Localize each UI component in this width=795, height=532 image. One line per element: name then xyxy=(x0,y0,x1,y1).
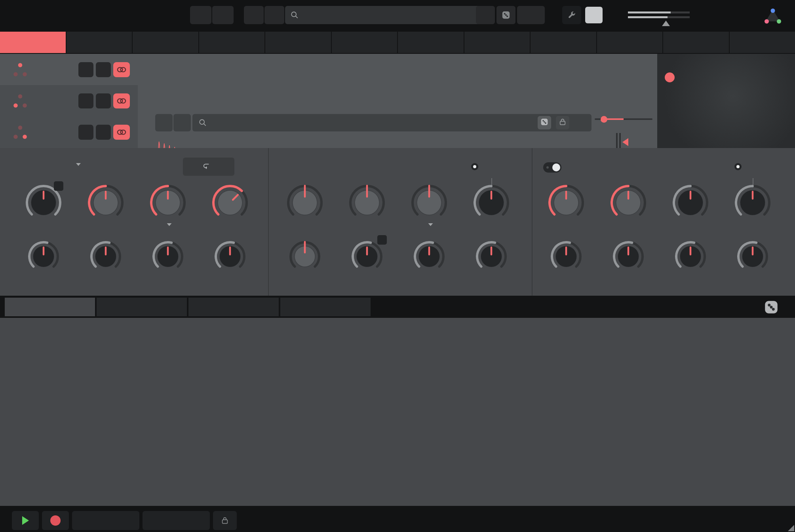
track-tab-crash-10[interactable] xyxy=(663,32,729,53)
rate-knob[interactable] xyxy=(733,183,772,222)
search-icon xyxy=(199,119,207,127)
drive-knob[interactable] xyxy=(86,183,126,222)
export-button[interactable] xyxy=(143,511,210,530)
info-button[interactable] xyxy=(585,7,603,23)
favorite-button[interactable] xyxy=(476,6,495,24)
track-tab-foley-9[interactable] xyxy=(597,32,663,53)
dice-icon xyxy=(764,300,778,314)
layer-blend-pad[interactable] xyxy=(657,54,795,148)
layer-mute-button[interactable] xyxy=(96,125,111,140)
layer-solo-button[interactable] xyxy=(78,93,93,108)
track-tab-snare-2[interactable] xyxy=(133,32,198,53)
lfo-knob[interactable] xyxy=(671,183,710,222)
track-tab-tom-5[interactable] xyxy=(332,32,398,53)
master-volume-slider[interactable] xyxy=(628,10,690,25)
track-tab-perc-elec-1[interactable] xyxy=(67,32,132,53)
rnd-pan-knob[interactable] xyxy=(210,183,250,222)
envelope-knob[interactable] xyxy=(549,239,584,274)
filter-shape-bandpass-icon[interactable]: M3 20q5-14 11-14h8q6 0 11 14 xyxy=(644,162,658,172)
lock-sample-button[interactable] xyxy=(556,116,569,129)
track-tab-clap-3[interactable] xyxy=(199,32,265,53)
layer-mute-button[interactable] xyxy=(96,62,111,77)
section-pitch xyxy=(268,148,532,296)
mixer-tab-mixer[interactable] xyxy=(5,298,95,316)
cutoff-knob[interactable] xyxy=(546,183,586,222)
host-sync-button[interactable] xyxy=(72,511,139,530)
layer-link-button[interactable] xyxy=(113,62,130,77)
reverse-button[interactable] xyxy=(183,158,234,176)
track-tab-hihat-op-7[interactable] xyxy=(464,32,530,53)
sample-volume-slider[interactable] xyxy=(595,115,652,123)
pad-cursor[interactable] xyxy=(665,72,675,82)
decay-knob[interactable] xyxy=(412,239,447,274)
prev-sample-button[interactable] xyxy=(155,114,173,131)
sync-toggle[interactable] xyxy=(734,163,746,170)
filter-enable-toggle[interactable] xyxy=(543,162,561,173)
mixer-tab-send-fx[interactable] xyxy=(188,298,279,316)
track-tab-hihat-cl-6[interactable] xyxy=(398,32,464,53)
save-button[interactable] xyxy=(517,6,545,24)
drum-randomizer-button[interactable] xyxy=(764,298,784,316)
section-drum xyxy=(0,148,268,296)
track-tab-ride-11[interactable] xyxy=(730,32,795,53)
layer-row-b[interactable] xyxy=(0,85,138,116)
settings-button[interactable] xyxy=(562,6,581,24)
decay-knob[interactable] xyxy=(673,239,708,274)
layer-row-c[interactable] xyxy=(0,116,138,148)
layer-row-a[interactable] xyxy=(0,54,138,85)
lfo-knob[interactable] xyxy=(409,183,449,222)
sample-search-input[interactable] xyxy=(192,114,591,131)
volume-pointer-icon[interactable] xyxy=(662,21,670,26)
sync-toggle[interactable] xyxy=(471,163,482,170)
layer-solo-button[interactable] xyxy=(78,62,93,77)
undo-button[interactable] xyxy=(190,6,211,24)
pattern-lock-button[interactable] xyxy=(213,511,237,530)
mixer-tab-master-fx[interactable] xyxy=(280,298,371,316)
mixer-tab-channel-fx[interactable] xyxy=(97,298,187,316)
next-preset-button[interactable] xyxy=(264,6,284,24)
randomize-preset-button[interactable] xyxy=(496,6,515,24)
filter-shape-lowpass-icon[interactable]: M3 5h14q7 0 11 15 xyxy=(624,162,639,172)
triaz-logo xyxy=(761,8,785,25)
link-icon xyxy=(116,127,127,137)
res-knob[interactable] xyxy=(609,183,648,222)
sample-volume-handle[interactable] xyxy=(601,116,607,123)
envelope-knob[interactable] xyxy=(287,239,322,274)
rate-knob[interactable] xyxy=(472,183,511,222)
layer-solo-button[interactable] xyxy=(78,125,93,140)
slop-knob[interactable] xyxy=(148,183,188,222)
hold-knob[interactable] xyxy=(88,239,123,274)
redo-button[interactable] xyxy=(212,6,234,24)
play-button[interactable] xyxy=(12,511,39,530)
chevron-down-icon[interactable] xyxy=(428,223,433,226)
help-button[interactable] xyxy=(574,116,588,129)
prev-preset-button[interactable] xyxy=(244,6,264,24)
lock-icon xyxy=(559,118,567,127)
fine-knob[interactable] xyxy=(347,183,387,222)
velocity-knob[interactable] xyxy=(735,239,770,274)
velocity-knob[interactable] xyxy=(213,239,247,274)
chevron-down-icon[interactable] xyxy=(167,223,172,226)
track-tab-foley-8[interactable] xyxy=(531,32,596,53)
preset-search-input[interactable] xyxy=(285,6,485,24)
meter-marker-icon[interactable] xyxy=(622,138,628,146)
mixer-strip-kick-0[interactable] xyxy=(0,318,795,506)
knob-count-badge xyxy=(54,181,63,191)
track-tab-kick-0[interactable] xyxy=(0,32,66,53)
attack-knob[interactable] xyxy=(26,239,61,274)
filter-shape-highpass-icon[interactable]: M33 5H19q-7 0-11 15 xyxy=(664,162,678,172)
coarse-knob[interactable] xyxy=(285,183,325,222)
resize-handle[interactable] xyxy=(788,525,794,531)
choke-dropdown[interactable] xyxy=(76,163,84,166)
layer-link-button[interactable] xyxy=(113,125,130,140)
layer-mute-button[interactable] xyxy=(96,93,111,108)
random-sample-button[interactable] xyxy=(538,116,551,129)
record-button[interactable] xyxy=(42,511,69,530)
velocity-knob[interactable] xyxy=(474,239,509,274)
attack-knob[interactable] xyxy=(611,239,646,274)
decay-knob[interactable] xyxy=(150,239,185,274)
layer-link-button[interactable] xyxy=(113,93,130,108)
track-tab-snare-4[interactable] xyxy=(265,32,331,53)
next-sample-button[interactable] xyxy=(173,114,191,131)
link-icon xyxy=(116,65,127,75)
